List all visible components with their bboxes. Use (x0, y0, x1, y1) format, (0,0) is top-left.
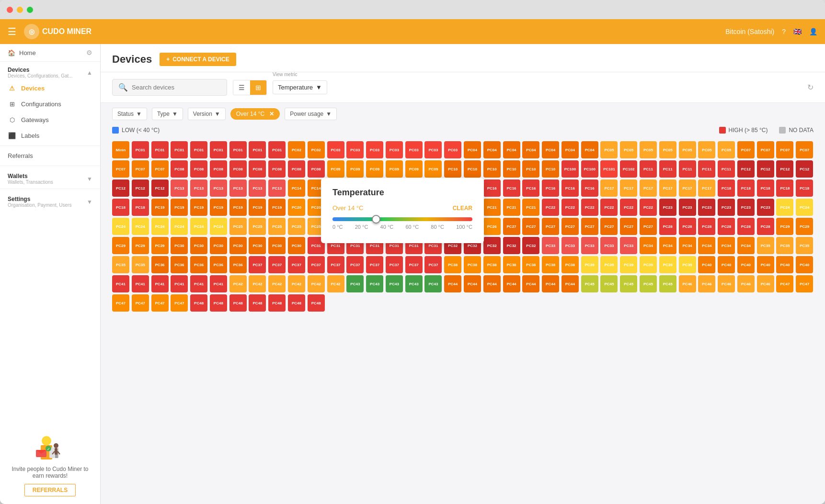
device-cell[interactable]: PC22 (561, 199, 579, 216)
device-cell[interactable]: PC23 (737, 199, 755, 216)
device-cell[interactable]: PC16 (503, 179, 520, 197)
device-cell[interactable]: PC01 (249, 141, 266, 158)
device-cell[interactable]: PC43 (346, 275, 364, 292)
device-cell[interactable]: PC19 (229, 199, 247, 216)
device-cell[interactable]: PC22 (542, 199, 559, 216)
temp-slider-thumb[interactable] (372, 215, 380, 224)
device-cell[interactable]: PC30 (229, 237, 247, 254)
device-cell[interactable]: PC16 (542, 179, 559, 197)
device-cell[interactable]: PC34 (640, 237, 657, 254)
device-cell[interactable]: PC17 (679, 179, 696, 197)
device-cell[interactable]: PC22 (600, 199, 618, 216)
referrals-button[interactable]: REFERRALS (24, 484, 76, 496)
power-usage-filter[interactable]: Power usage ▼ (285, 108, 337, 120)
device-cell[interactable]: PC33 (581, 237, 598, 254)
device-cell[interactable]: PC29 (776, 218, 793, 235)
device-cell[interactable]: PC47 (796, 275, 813, 292)
device-cell[interactable]: PC35 (132, 256, 149, 273)
device-cell[interactable]: PC18 (718, 179, 735, 197)
device-cell[interactable]: PC17 (659, 179, 676, 197)
device-cell[interactable]: PC30 (190, 237, 207, 254)
device-cell[interactable]: PC16 (522, 179, 539, 197)
device-cell[interactable]: PC33 (620, 237, 637, 254)
device-cell[interactable]: PC08 (229, 160, 247, 178)
device-cell[interactable]: PC01 (171, 141, 188, 158)
device-cell[interactable]: PC17 (698, 179, 715, 197)
device-cell[interactable]: PC04 (503, 141, 520, 158)
device-cell[interactable]: PC27 (542, 218, 559, 235)
device-cell[interactable]: PC24 (190, 218, 207, 235)
device-cell[interactable]: PC09 (424, 160, 442, 178)
device-cell[interactable]: PC29 (132, 237, 149, 254)
device-cell[interactable]: PC24 (132, 218, 149, 235)
home-settings-icon[interactable]: ⚙ (86, 49, 92, 56)
device-cell[interactable]: PC40 (718, 256, 735, 273)
device-cell[interactable]: PC45 (620, 275, 637, 292)
device-cell[interactable]: PC18 (776, 179, 793, 197)
device-cell[interactable]: PC29 (796, 218, 813, 235)
device-cell[interactable]: PC36 (210, 256, 227, 273)
device-cell[interactable]: PC32 (503, 237, 520, 254)
device-cell[interactable]: PC46 (718, 275, 735, 292)
device-cell[interactable]: PC05 (659, 141, 676, 158)
device-cell[interactable]: PC13 (190, 179, 207, 197)
device-cell[interactable]: PC36 (151, 256, 169, 273)
device-cell[interactable]: PC05 (698, 141, 715, 158)
device-cell[interactable]: PC40 (737, 256, 755, 273)
temp-popup-clear[interactable]: CLEAR (453, 205, 472, 212)
device-cell[interactable]: PC10 (444, 160, 461, 178)
device-cell[interactable]: PC24 (151, 218, 169, 235)
device-cell[interactable]: PC35 (757, 237, 774, 254)
device-cell[interactable]: PC46 (679, 275, 696, 292)
device-cell[interactable]: PC30 (210, 237, 227, 254)
device-cell[interactable]: PC10 (522, 160, 539, 178)
device-cell[interactable]: PC46 (737, 275, 755, 292)
device-cell[interactable]: PC09 (327, 160, 344, 178)
device-cell[interactable]: PC01 (132, 141, 149, 158)
device-cell[interactable]: PC23 (698, 199, 715, 216)
device-cell[interactable]: PC04 (561, 141, 579, 158)
device-cell[interactable]: PC23 (679, 199, 696, 216)
device-cell[interactable]: PC44 (542, 275, 559, 292)
device-cell[interactable]: PC35 (112, 256, 129, 273)
device-cell[interactable]: PC45 (600, 275, 618, 292)
device-cell[interactable]: PC41 (132, 275, 149, 292)
device-cell[interactable]: PC37 (386, 256, 403, 273)
sidebar-item-configurations[interactable]: ⊞ Configurations (0, 96, 100, 112)
device-cell[interactable]: PC22 (620, 199, 637, 216)
device-cell[interactable]: PC21 (503, 199, 520, 216)
device-cell[interactable]: PC01 (229, 141, 247, 158)
device-cell[interactable]: PC17 (640, 179, 657, 197)
device-cell[interactable]: PC28 (757, 218, 774, 235)
device-cell[interactable]: PC07 (112, 160, 129, 178)
device-cell[interactable]: PC102 (620, 160, 637, 178)
device-cell[interactable]: PC27 (522, 218, 539, 235)
device-cell[interactable]: PC27 (600, 218, 618, 235)
device-cell[interactable]: PC41 (151, 275, 169, 292)
device-cell[interactable]: PC20 (288, 199, 305, 216)
device-cell[interactable]: PC16 (483, 179, 501, 197)
device-cell[interactable]: PC19 (151, 199, 169, 216)
status-filter[interactable]: Status ▼ (112, 108, 147, 120)
device-cell[interactable]: PC48 (288, 294, 305, 312)
device-cell[interactable]: PC43 (386, 275, 403, 292)
device-cell[interactable]: Minin (112, 141, 129, 158)
device-cell[interactable]: PC04 (483, 141, 501, 158)
device-cell[interactable]: PC23 (659, 199, 676, 216)
device-cell[interactable]: PC03 (424, 141, 442, 158)
device-cell[interactable]: PC48 (210, 294, 227, 312)
device-cell[interactable]: PC12 (151, 179, 169, 197)
device-cell[interactable]: PC36 (171, 256, 188, 273)
device-cell[interactable]: PC24 (210, 218, 227, 235)
device-cell[interactable]: PC05 (718, 141, 735, 158)
device-cell[interactable]: PC25 (229, 218, 247, 235)
device-cell[interactable]: PC05 (640, 141, 657, 158)
device-cell[interactable]: PC24 (112, 218, 129, 235)
version-filter[interactable]: Version ▼ (188, 108, 226, 120)
devices-collapse-icon[interactable]: ▲ (87, 69, 92, 76)
device-cell[interactable]: PC11 (640, 160, 657, 178)
device-cell[interactable]: PC26 (483, 218, 501, 235)
device-cell[interactable]: PC33 (600, 237, 618, 254)
device-cell[interactable]: PC48 (268, 294, 286, 312)
device-cell[interactable]: PC34 (679, 237, 696, 254)
